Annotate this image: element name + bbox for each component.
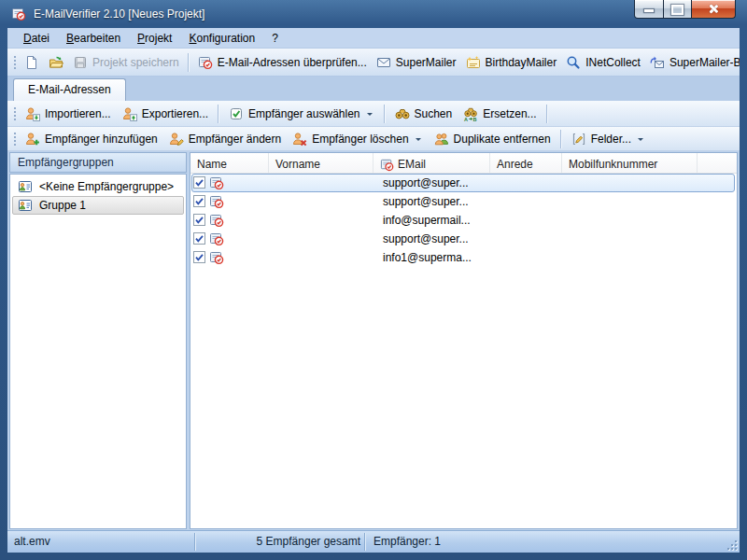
bounce-icon	[650, 55, 665, 70]
save-icon	[73, 55, 88, 70]
verified-icon	[209, 194, 224, 209]
group-icon	[18, 179, 33, 194]
group-item-none[interactable]: <Keine Empfängergruppe>	[12, 177, 184, 196]
close-icon	[709, 4, 719, 14]
toolbar-separator	[188, 53, 190, 72]
table-row[interactable]: support@super...	[190, 230, 737, 248]
group-icon	[18, 198, 33, 213]
replace-button[interactable]: AB Ersetzen...	[458, 105, 542, 123]
statusbar-total: 5 Empfänger gesamt	[196, 535, 360, 548]
search-globe-icon	[566, 55, 581, 70]
edit-recipient-button[interactable]: Empfänger ändern	[163, 130, 287, 148]
open-folder-icon	[49, 55, 63, 70]
dropdown-arrow-icon[interactable]	[416, 138, 421, 144]
birthdaymailer-button[interactable]: BirthdayMailer	[461, 52, 562, 73]
app-window: E-MailVerifier 2.10 [Neues Projekt] Date…	[0, 0, 747, 560]
titlebar: E-MailVerifier 2.10 [Neues Projekt]	[0, 0, 747, 28]
dropdown-arrow-icon[interactable]	[638, 138, 643, 144]
menu-help[interactable]: ?	[263, 29, 287, 48]
tabstrip: E-Mail-Adressen	[7, 77, 740, 101]
column-header-vorname[interactable]: Vorname	[269, 153, 374, 173]
birthday-icon	[466, 55, 481, 70]
actionbar-recipients: Empfänger hinzufügen Empfänger ändern Em…	[7, 127, 740, 151]
table-row[interactable]: info1@superma...	[190, 248, 737, 267]
open-project-button[interactable]	[44, 52, 68, 73]
toolbar-grip[interactable]	[12, 54, 17, 71]
add-recipient-button[interactable]: Empfänger hinzufügen	[20, 130, 163, 148]
table-row[interactable]: support@super...	[190, 174, 737, 192]
menu-bearbeiten[interactable]: Bearbeiten	[58, 29, 129, 48]
row-checkbox[interactable]	[193, 176, 205, 189]
verify-icon	[198, 55, 213, 70]
toolbar-separator	[384, 105, 386, 123]
maximize-icon	[671, 5, 684, 15]
table-header: Name Vorname EMail Anrede Mobilfunknumme…	[190, 153, 737, 174]
toolbar-separator	[218, 105, 219, 123]
statusbar-filename: alt.emv	[14, 535, 50, 548]
groups-panel-header: Empfängergruppen	[9, 152, 187, 173]
import-button[interactable]: Importieren...	[20, 105, 117, 123]
supermailer-button[interactable]: SuperMailer	[372, 52, 461, 73]
replace-icon: AB	[463, 106, 478, 121]
inetcollect-button[interactable]: INetCollect	[561, 52, 645, 73]
row-checkbox[interactable]	[193, 195, 205, 207]
delete-person-icon	[292, 132, 307, 147]
recipient-groups-panel: Empfängergruppen <Keine Empfängergruppe>…	[9, 152, 187, 529]
toolbar-separator	[560, 130, 562, 148]
menu-konfiguration[interactable]: Konfiguration	[180, 29, 263, 48]
search-button[interactable]: Suchen	[389, 105, 458, 123]
menubar: Datei Bearbeiten Projekt Konfiguration ?	[7, 28, 740, 49]
verified-icon	[209, 231, 224, 246]
fields-button[interactable]: Felder...	[566, 130, 651, 148]
select-recipients-button[interactable]: Empfänger auswählen	[223, 105, 379, 123]
remove-duplicates-button[interactable]: Duplikate entfernen	[429, 130, 557, 148]
close-button[interactable]	[691, 0, 736, 19]
svg-text:B: B	[473, 116, 477, 121]
dropdown-arrow-icon[interactable]	[367, 113, 373, 119]
column-header-filler	[698, 153, 737, 173]
row-checkbox[interactable]	[193, 232, 205, 245]
supermailer-bounce-button[interactable]: SuperMailer-Bounce	[645, 52, 740, 73]
fields-icon	[571, 132, 586, 147]
groups-list: <Keine Empfängergruppe> Gruppe 1	[9, 174, 187, 529]
new-project-button[interactable]	[20, 52, 44, 73]
toolbar-separator	[546, 105, 548, 123]
resize-grip[interactable]	[726, 539, 738, 551]
email-cell: support@super...	[383, 176, 469, 189]
add-person-icon	[25, 132, 40, 147]
window-title: E-MailVerifier 2.10 [Neues Projekt]	[34, 7, 204, 21]
group-item-gruppe1[interactable]: Gruppe 1	[12, 196, 184, 215]
app-icon	[11, 7, 26, 21]
main-toolbar: Projekt speichern E-Mail-Adressen überpr…	[7, 49, 740, 77]
table-row[interactable]: support@super...	[190, 192, 737, 211]
statusbar-divider	[364, 533, 366, 551]
column-header-name[interactable]: Name	[190, 153, 269, 173]
maximize-button[interactable]	[663, 0, 692, 19]
svg-text:A: A	[464, 116, 468, 121]
toolbar-grip[interactable]	[12, 105, 17, 122]
verify-addresses-button[interactable]: E-Mail-Adressen überprüfen...	[193, 52, 372, 73]
select-check-icon	[229, 106, 244, 121]
email-cell: support@super...	[383, 232, 469, 245]
delete-recipient-button[interactable]: Empfänger löschen	[287, 130, 428, 148]
mailer-icon	[376, 55, 391, 70]
column-header-anrede[interactable]: Anrede	[490, 153, 562, 173]
row-checkbox[interactable]	[193, 214, 205, 226]
table-row[interactable]: info@supermail...	[190, 211, 737, 230]
tab-email-adressen[interactable]: E-Mail-Adressen	[13, 78, 126, 101]
menu-datei[interactable]: Datei	[15, 29, 58, 48]
column-header-email[interactable]: EMail	[374, 153, 490, 173]
toolbar-grip[interactable]	[12, 131, 17, 147]
new-document-icon	[24, 55, 39, 70]
export-button[interactable]: Exportieren...	[117, 105, 214, 123]
email-cell: support@super...	[383, 195, 469, 208]
recipients-table: Name Vorname EMail Anrede Mobilfunknumme…	[190, 152, 738, 529]
menu-projekt[interactable]: Projekt	[129, 29, 180, 48]
email-cell: info1@superma...	[383, 251, 472, 264]
email-cell: info@supermail...	[383, 214, 471, 227]
column-header-mobilfunknummer[interactable]: Mobilfunknummer	[562, 153, 698, 173]
save-project-button: Projekt speichern	[68, 52, 184, 73]
minimize-button[interactable]	[634, 0, 664, 19]
verify-icon	[380, 158, 394, 172]
row-checkbox[interactable]	[193, 251, 205, 263]
